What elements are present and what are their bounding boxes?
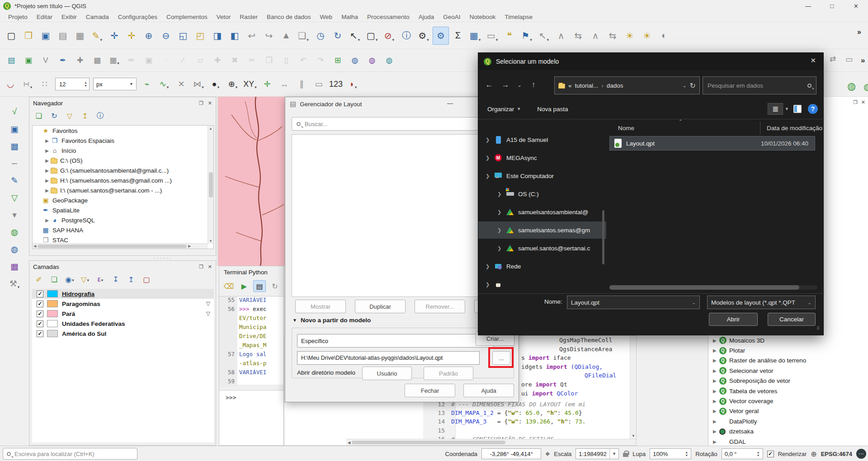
metasearch-icon[interactable]: ◍▾ — [364, 53, 380, 68]
layer-row[interactable]: ✓ Paragominas ▽ — [32, 299, 214, 309]
globe-icon[interactable]: ◍▾ — [5, 240, 24, 258]
float-panel-icon[interactable]: ❐ — [199, 264, 203, 270]
magnifier-spinbox[interactable]: 100%▲▼ — [650, 448, 691, 459]
tools-icon[interactable]: ⚒▾ — [5, 275, 24, 292]
refresh-map-icon[interactable]: ↻▾ — [330, 27, 346, 45]
menu-item[interactable]: Web — [316, 13, 337, 21]
expand-chevron-icon[interactable]: ❯ — [486, 282, 494, 287]
clear-console-icon[interactable]: ⌫ — [222, 280, 235, 292]
filter-browser-icon[interactable]: ▽ — [63, 110, 76, 122]
add-point-feature-icon[interactable]: ∙▾ — [158, 53, 174, 68]
expand-chevron-icon[interactable]: ❯ — [497, 209, 505, 215]
identify-features-icon[interactable]: ⓘ▾ — [398, 27, 415, 45]
breadcrumb[interactable]: « tutorial... › dados ⌄ ↻ — [554, 76, 700, 94]
cut-features-icon[interactable]: ✂▾ — [244, 53, 260, 68]
deselect-all-icon[interactable]: ⊘▾ — [381, 27, 397, 45]
vertex-add-icon[interactable]: ✛▾ — [259, 76, 275, 92]
expand-chevron-icon[interactable]: ▶ — [43, 138, 51, 143]
measure-box-icon[interactable]: ▭▾ — [311, 76, 327, 92]
undo-icon[interactable]: ↶▾ — [295, 53, 311, 68]
circle-digitize-icon[interactable]: ●▾ — [208, 76, 224, 92]
zoom-next-icon[interactable]: ↪▾ — [261, 27, 277, 45]
new-geopackage-layer-icon[interactable]: ▣▾ — [20, 53, 37, 68]
web-plugin-icon[interactable]: ◍▾ — [381, 53, 397, 68]
intersection-snap-icon[interactable]: ⋈▾ — [190, 76, 207, 92]
increase-brightness-icon[interactable]: ☀▾ — [622, 27, 638, 45]
file-row-selected[interactable]: Layout.qpt 10/01/2026 06:40 — [609, 136, 815, 151]
places-tree-item[interactable]: ❯ OS (C:) — [478, 185, 606, 203]
new-shapefile-layer-icon[interactable]: V▾ — [38, 53, 54, 68]
pan-to-selection-icon[interactable]: ✛▾ — [123, 27, 140, 45]
new-project-icon[interactable]: ▢▾ — [3, 27, 19, 45]
places-tree-item[interactable]: ❯ A15 de Samuel — [478, 131, 606, 149]
snap-curve-icon[interactable]: ∿▾ — [156, 76, 172, 92]
menu-item[interactable]: Exibir — [57, 13, 81, 21]
new-spatialite-layer-icon[interactable]: ✒▾ — [55, 53, 71, 68]
close-button[interactable]: ✕ — [844, 0, 868, 12]
expand-chevron-icon[interactable]: ▶ — [713, 429, 719, 434]
template-type-combo[interactable]: Específico▼ — [297, 334, 494, 348]
algorithm-group-row[interactable]: ▶ Selecionar vetor — [708, 366, 868, 376]
offset-tool-icon[interactable]: ∥▾ — [293, 76, 310, 92]
browser-tree-item[interactable]: ▶ H:\ (samuelsantos.semas@gmail.com ...) — [33, 175, 213, 185]
coordinate-box[interactable]: -3,286° -49,414° — [481, 448, 541, 459]
close-panel-icon[interactable]: ✕ — [208, 100, 212, 106]
layer-styling-icon[interactable]: ✐▾ — [33, 273, 45, 285]
close-panel-icon[interactable]: ✕ — [861, 99, 865, 105]
files-hscrollbar[interactable] — [609, 285, 817, 290]
snap-line-icon[interactable]: ⌁▾ — [139, 76, 155, 92]
layout-manager-icon[interactable]: ▦▾ — [72, 27, 88, 45]
layer-row[interactable]: ✓ Hidrografia ▽ — [32, 289, 214, 299]
run-command-icon[interactable]: ▶ — [238, 280, 250, 292]
temporal-controller-icon[interactable]: ◷▾ — [312, 27, 329, 45]
expand-all-icon[interactable]: ↧▾ — [109, 273, 122, 285]
save-edits-icon[interactable]: ▣▾ — [141, 53, 157, 68]
globe-add-icon[interactable]: ◍▾ — [5, 223, 24, 240]
organize-button[interactable]: Organizar — [487, 106, 514, 113]
places-scrollbar[interactable] — [602, 210, 604, 264]
raster-select-icon[interactable]: ↖▾ — [536, 27, 552, 45]
browser-tree-item[interactable]: ▶ G:\ (samuelsantosambiental@gmail.c...) — [33, 165, 213, 175]
new-bookmark-icon[interactable]: ⚑▾ — [519, 27, 535, 45]
new-map-view-icon[interactable]: ❏▾ — [295, 27, 311, 45]
zoom-native-icon[interactable]: ◱▾ — [175, 27, 191, 45]
forward-button[interactable]: → — [497, 80, 514, 89]
remove-layer-icon[interactable]: ▢▾ — [140, 273, 153, 285]
zoom-to-selection-icon[interactable]: ◨▾ — [209, 27, 226, 45]
mesh-v-icon[interactable]: ▦▾ — [5, 258, 24, 275]
blue-square-icon[interactable]: ▣▾ — [5, 120, 24, 137]
algorithm-group-row[interactable]: ▶ Mosaicos 3D — [708, 335, 868, 345]
layer-checkbox[interactable]: ✓ — [37, 320, 43, 327]
algorithm-group-row[interactable]: ▶ DataPlotly — [708, 416, 868, 426]
places-tree-item[interactable]: ❯ samuel.santos@sertanai.c — [478, 239, 606, 257]
expand-chevron-icon[interactable]: ❯ — [497, 245, 505, 251]
breadcrumb-caret-icon[interactable]: ⌄ — [682, 83, 686, 89]
epsg-code[interactable]: EPSG:4674 — [821, 451, 852, 457]
layer-row[interactable]: ✓ América do Sul ▽ — [32, 329, 214, 339]
breadcrumb-folder[interactable]: tutorial... — [575, 82, 599, 89]
places-tree-item[interactable]: ❯ Este Computador — [478, 167, 606, 185]
close-dialog-button[interactable]: Fechar — [405, 384, 455, 397]
layer-row[interactable]: ✓ Unidades Federativas ▽ — [32, 319, 214, 329]
menu-item[interactable]: Banco de dados — [262, 13, 316, 21]
expand-chevron-icon[interactable]: ▶ — [713, 358, 719, 363]
actions-icon[interactable]: ⚙▾ — [415, 27, 432, 45]
cancel-button[interactable]: Cancelar — [768, 313, 816, 326]
refresh-icon[interactable]: ↻ — [690, 81, 696, 90]
filter-legend-icon[interactable]: ▽▾ — [79, 273, 91, 285]
toggle-editing-icon[interactable]: ✏▾ — [123, 53, 140, 68]
new-from-template-expander[interactable]: ▼ Novo a partir do modelo — [292, 317, 371, 324]
layer-filter-icon[interactable]: ▽ — [206, 301, 210, 307]
measure-icon[interactable]: ▭▾ — [484, 27, 500, 45]
globe-remnant2-icon[interactable]: ◍ — [863, 81, 868, 92]
places-tree-item[interactable]: ❯ samuelsantos.semas@gm — [478, 221, 606, 239]
copy-features-icon[interactable]: ❐▾ — [261, 53, 277, 68]
expand-chevron-icon[interactable]: ▶ — [713, 368, 719, 373]
template-path-input[interactable]: H:\Meu Drive\DEV\tutorial-atlas-pyqgis\d… — [297, 351, 480, 365]
toolbar2-overflow-icon[interactable]: » — [861, 56, 865, 65]
cumulative-stretch-icon[interactable]: ⇆▾ — [570, 27, 586, 45]
algorithm-group-row[interactable]: ▶ GDAL — [708, 437, 868, 447]
select-by-value-icon[interactable]: ▢▾ — [364, 27, 380, 45]
rotation-spinbox[interactable]: 0,0 °▲▼ — [722, 448, 763, 459]
expand-chevron-icon[interactable]: ▶ — [713, 409, 719, 414]
